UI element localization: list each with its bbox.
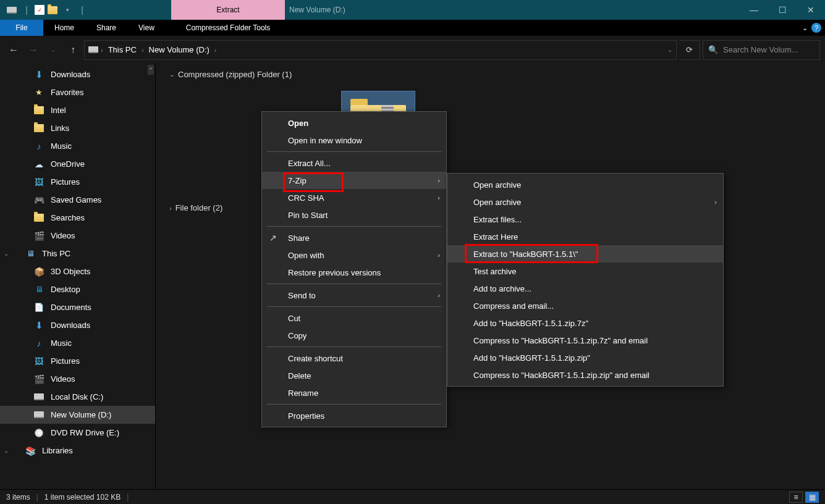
sidebar-item-onedrive[interactable]: ☁OneDrive	[0, 155, 155, 173]
chevron-right-icon: ›	[714, 198, 717, 206]
context-submenu-7zip: Open archiveOpen archive›Extract files..…	[447, 173, 724, 387]
chevron-down-icon[interactable]: ⌄	[4, 447, 9, 454]
sidebar-item-music[interactable]: ♪Music	[0, 137, 155, 155]
doc-icon: 📄	[33, 302, 44, 313]
menu-item-test-archive[interactable]: Test archive	[447, 262, 723, 280]
refresh-button[interactable]: ⟳	[679, 40, 700, 60]
ribbon-right: ⌄ ?	[802, 20, 821, 36]
ribbon-expand-icon[interactable]: ⌄	[802, 24, 808, 32]
breadcrumb-this-pc[interactable]: This PC	[106, 45, 139, 54]
chevron-right-icon[interactable]: ›	[214, 46, 217, 54]
chevron-down-icon[interactable]: ⌄	[4, 250, 9, 257]
address-dropdown-icon[interactable]: ⌄	[667, 46, 672, 53]
chevron-right-icon[interactable]: ›	[101, 46, 103, 54]
qat-dropdown-icon[interactable]: ▾	[61, 3, 74, 17]
back-button[interactable]: ←	[5, 41, 22, 59]
separator	[267, 151, 441, 152]
chevron-down-icon[interactable]: ⌄	[169, 71, 174, 78]
sidebar-item-desktop[interactable]: 🖥Desktop	[0, 280, 155, 298]
minimize-button[interactable]: —	[740, 0, 768, 20]
menu-item-extract-here[interactable]: Extract Here	[447, 228, 723, 245]
help-icon[interactable]: ?	[811, 23, 821, 33]
menu-item-extract-all[interactable]: Extract All...	[262, 154, 446, 172]
menu-item-create-shortcut[interactable]: Create shortcut	[262, 350, 446, 367]
tab-view[interactable]: View	[127, 20, 166, 36]
sidebar-item-pictures[interactable]: 🖼Pictures	[0, 173, 155, 191]
menu-item-rename[interactable]: Rename	[262, 384, 446, 401]
sidebar-item-pictures[interactable]: 🖼Pictures	[0, 352, 155, 370]
file-menu[interactable]: File	[0, 20, 43, 36]
group-header-compressed[interactable]: ⌄ Compressed (zipped) Folder (1)	[156, 64, 825, 85]
menu-item-pin-to-start[interactable]: Pin to Start	[262, 206, 446, 224]
sidebar-item-downloads[interactable]: ⬇Downloads	[0, 316, 155, 334]
chevron-right-icon[interactable]: ›	[142, 46, 144, 54]
menu-item-add-to-archive[interactable]: Add to archive...	[447, 280, 723, 297]
sidebar-item-searches[interactable]: Searches	[0, 209, 155, 227]
navigation-pane[interactable]: ⌃ ⬇Downloads★FavoritesIntelLinks♪Music☁O…	[0, 64, 156, 489]
forward-button[interactable]: →	[25, 41, 42, 59]
up-button[interactable]: ↑	[64, 41, 82, 59]
menu-item-add-to-hackbgrt-1-5-1-zip-7z[interactable]: Add to "HackBGRT-1.5.1.zip.7z"	[447, 314, 723, 332]
menu-item-share[interactable]: ↗Share	[262, 229, 446, 246]
menu-item-open-in-new-window[interactable]: Open in new window	[262, 132, 446, 149]
close-button[interactable]: ✕	[797, 0, 825, 20]
menu-item-restore-previous-versions[interactable]: Restore previous versions	[262, 264, 446, 281]
details-view-button[interactable]: ≡	[789, 492, 803, 503]
sidebar-item-dvd-rw-drive-e-[interactable]: DVD RW Drive (E:)	[0, 424, 155, 442]
sidebar-item-links[interactable]: Links	[0, 119, 155, 137]
sidebar-item-downloads[interactable]: ⬇Downloads	[0, 65, 155, 83]
breadcrumb-new-volume[interactable]: New Volume (D:)	[146, 45, 212, 54]
menu-item-cut[interactable]: Cut	[262, 309, 446, 327]
recent-dropdown-icon[interactable]: ⌄	[44, 41, 62, 59]
menu-item-properties[interactable]: Properties	[262, 407, 446, 424]
menu-item-copy[interactable]: Copy	[262, 327, 446, 344]
group-header-file-folder[interactable]: › File folder (2)	[156, 197, 236, 219]
menu-item-compress-and-email[interactable]: Compress and email...	[447, 297, 723, 314]
chevron-right-icon[interactable]: ›	[169, 204, 172, 212]
menu-item-send-to[interactable]: Send to›	[262, 287, 446, 304]
menu-item-add-to-hackbgrt-1-5-1-zip-zip[interactable]: Add to "HackBGRT-1.5.1.zip.zip"	[447, 349, 723, 366]
sidebar-item-3d-objects[interactable]: 📦3D Objects	[0, 262, 155, 280]
sidebar-item-documents[interactable]: 📄Documents	[0, 298, 155, 316]
scroll-up-icon[interactable]: ⌃	[148, 65, 154, 75]
menu-item-compress-to-hackbgrt-1-5-1-zip-7z-and-email[interactable]: Compress to "HackBGRT-1.5.1.zip.7z" and …	[447, 332, 723, 349]
properties-qat-icon[interactable]: ✓	[35, 5, 44, 15]
sidebar-item-new-volume-d-[interactable]: New Volume (D:)	[0, 406, 155, 424]
sidebar-item-local-disk-c-[interactable]: Local Disk (C:)	[0, 388, 155, 406]
sidebar-item-label: Pictures	[51, 356, 80, 366]
menu-item-compress-to-hackbgrt-1-5-1-zip-zip-and-email[interactable]: Compress to "HackBGRT-1.5.1.zip.zip" and…	[447, 366, 723, 384]
divider: |	[127, 493, 129, 502]
address-bar[interactable]: › This PC › New Volume (D:) › ⌄	[84, 40, 677, 60]
sidebar-item-this-pc[interactable]: ⌄🖥This PC	[0, 245, 155, 262]
menu-item-7-zip[interactable]: 7-Zip›	[262, 172, 446, 189]
tab-compressed-folder-tools[interactable]: Compressed Folder Tools	[171, 20, 285, 36]
sidebar-item-favorites[interactable]: ★Favorites	[0, 83, 155, 101]
sidebar-item-saved-games[interactable]: 🎮Saved Games	[0, 191, 155, 209]
large-icons-view-button[interactable]: ▦	[805, 492, 819, 503]
menu-item-open-archive[interactable]: Open archive›	[447, 193, 723, 211]
sidebar-item-label: This PC	[42, 249, 70, 258]
sidebar-item-label: Local Disk (C:)	[51, 392, 103, 401]
menu-item-extract-to-hackbgrt-1-5-1[interactable]: Extract to "HackBGRT-1.5.1\"	[447, 245, 723, 262]
sidebar-item-videos[interactable]: 🎬Videos	[0, 370, 155, 388]
menu-item-open-archive[interactable]: Open archive	[447, 176, 723, 193]
sidebar-item-intel[interactable]: Intel	[0, 101, 155, 119]
search-box[interactable]: 🔍 Search New Volum...	[703, 40, 820, 60]
contextual-tab-extract[interactable]: Extract	[171, 0, 285, 20]
sidebar-item-label: Links	[51, 124, 69, 133]
sidebar-item-music[interactable]: ♪Music	[0, 334, 155, 352]
tab-home[interactable]: Home	[43, 20, 85, 36]
separator	[267, 346, 441, 347]
maximize-button[interactable]: ☐	[768, 0, 797, 20]
sidebar-item-libraries[interactable]: ⌄📚Libraries	[0, 442, 155, 460]
menu-item-extract-files[interactable]: Extract files...	[447, 211, 723, 228]
sidebar-item-label: Intel	[51, 106, 66, 115]
menu-item-delete[interactable]: Delete	[262, 367, 446, 384]
sidebar-item-videos[interactable]: 🎬Videos	[0, 227, 155, 245]
menu-item-open[interactable]: Open	[262, 114, 446, 132]
tab-share[interactable]: Share	[85, 20, 127, 36]
pc-icon: 🖥	[25, 248, 36, 259]
new-folder-qat-icon[interactable]	[46, 3, 59, 17]
menu-item-open-with[interactable]: Open with›	[262, 246, 446, 264]
menu-item-crc-sha[interactable]: CRC SHA›	[262, 189, 446, 206]
